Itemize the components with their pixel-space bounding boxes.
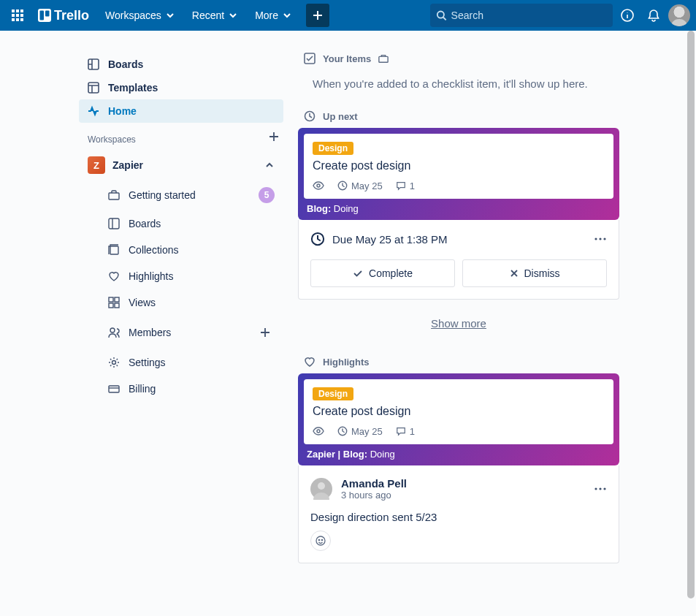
clock-icon xyxy=(304,110,316,122)
scrollbar[interactable] xyxy=(687,31,695,598)
trello-logo[interactable]: Trello xyxy=(32,8,95,23)
ws-collections[interactable]: Collections xyxy=(79,237,283,263)
upnext-card-actions: Due May 25 at 1:38 PM Complete xyxy=(298,220,619,300)
ws-billing[interactable]: Billing xyxy=(79,376,283,402)
sidebar-boards[interactable]: Boards xyxy=(79,53,283,76)
ws-getting-started[interactable]: Getting started 5 xyxy=(79,180,283,210)
user-avatar[interactable] xyxy=(668,4,690,26)
svg-rect-23 xyxy=(115,303,119,308)
your-items-header: Your Items xyxy=(298,53,619,70)
watch-indicator xyxy=(313,425,324,437)
highlights-label: Highlights xyxy=(323,357,370,368)
nav-workspaces[interactable]: Workspaces xyxy=(98,5,182,26)
commenter-avatar[interactable] xyxy=(310,478,332,500)
upnext-card[interactable]: Design Create post design May 25 xyxy=(298,128,619,220)
card-meta: May 25 1 xyxy=(313,425,605,437)
ws-members[interactable]: Members xyxy=(79,316,283,349)
heart-icon xyxy=(304,356,316,368)
checklist-icon xyxy=(304,53,316,64)
svg-rect-22 xyxy=(109,303,113,308)
svg-rect-0 xyxy=(12,9,15,12)
plus-icon xyxy=(269,132,279,142)
your-items-empty: When you're added to a checklist item, i… xyxy=(298,70,619,110)
add-workspace-button[interactable] xyxy=(264,127,283,146)
card-button-row: Complete Dismiss xyxy=(310,259,607,287)
your-items-label: Your Items xyxy=(323,53,371,64)
boards-icon xyxy=(108,218,120,229)
search-icon xyxy=(436,9,447,21)
svg-rect-16 xyxy=(88,83,99,93)
svg-rect-2 xyxy=(20,9,23,12)
info-button[interactable] xyxy=(616,4,639,27)
activity-header: Amanda Pell 3 hours ago xyxy=(299,474,619,501)
show-more-link[interactable]: Show more xyxy=(298,300,619,356)
check-icon xyxy=(353,268,363,278)
search-box[interactable] xyxy=(430,4,613,27)
svg-point-36 xyxy=(317,430,320,433)
clock-icon xyxy=(310,232,325,246)
svg-rect-4 xyxy=(16,14,19,17)
billing-icon xyxy=(108,383,120,395)
smiley-plus-icon xyxy=(315,535,326,547)
card-comment-count: 1 xyxy=(410,426,415,437)
notifications-button[interactable] xyxy=(642,4,665,27)
scroll-area[interactable]: Boards Templates Home Workspaces xyxy=(0,31,696,616)
info-icon xyxy=(620,8,635,23)
card-title: Create post design xyxy=(313,405,605,418)
dismiss-button[interactable]: Dismiss xyxy=(462,259,607,287)
workspace-toggle[interactable]: Z Zapier xyxy=(79,151,283,180)
avatar-person-icon xyxy=(668,4,690,26)
ws-views-label: Views xyxy=(129,297,156,308)
highlight-card[interactable]: Design Create post design May 25 xyxy=(298,373,619,465)
sidebar: Boards Templates Home Workspaces xyxy=(79,53,298,593)
nav-more[interactable]: More xyxy=(248,5,299,26)
eye-icon xyxy=(313,425,324,437)
due-row: Due May 25 at 1:38 PM xyxy=(310,232,607,246)
apps-menu-button[interactable] xyxy=(6,4,29,27)
comment-icon xyxy=(396,180,406,191)
card-more-button[interactable] xyxy=(594,232,607,246)
svg-rect-21 xyxy=(115,297,119,302)
ws-members-label: Members xyxy=(129,327,171,338)
card-label-chip[interactable]: Design xyxy=(313,142,353,155)
briefcase-icon xyxy=(108,189,120,201)
person-text: Amanda Pell 3 hours ago xyxy=(341,477,407,501)
nav-more-label: More xyxy=(255,9,278,21)
card-location: Zapier | Blog: Doing xyxy=(304,444,613,461)
ws-boards[interactable]: Boards xyxy=(79,210,283,237)
ws-settings[interactable]: Settings xyxy=(79,349,283,376)
due-date-badge: May 25 xyxy=(337,426,383,437)
workspaces-label: Workspaces xyxy=(79,123,145,151)
comments-badge: 1 xyxy=(396,426,415,437)
activity-more-button[interactable] xyxy=(594,482,607,495)
members-icon xyxy=(108,327,120,338)
svg-point-25 xyxy=(112,361,116,365)
highlights-header: Highlights xyxy=(298,356,619,373)
apps-grid-icon xyxy=(12,9,23,21)
card-board-name: Blog: xyxy=(307,203,331,214)
card-date: May 25 xyxy=(351,180,383,191)
card-list-name: Doing xyxy=(370,449,395,460)
search-input[interactable] xyxy=(451,9,607,21)
svg-point-39 xyxy=(594,487,597,490)
clock-icon xyxy=(337,180,348,191)
ws-highlights-label: Highlights xyxy=(129,270,173,282)
topbar-left: Trello Workspaces Recent More xyxy=(6,4,329,27)
sidebar-home[interactable]: Home xyxy=(79,99,283,123)
card-meta: May 25 1 xyxy=(313,180,605,191)
sidebar-templates[interactable]: Templates xyxy=(79,76,283,99)
comment-text: Design direction sent 5/23 xyxy=(299,501,619,531)
workspaces-header-row: Workspaces xyxy=(79,123,283,151)
nav-recent[interactable]: Recent xyxy=(185,5,245,26)
ws-views[interactable]: Views xyxy=(79,289,283,316)
templates-icon xyxy=(88,82,99,94)
add-member-button[interactable] xyxy=(256,323,275,342)
dismiss-label: Dismiss xyxy=(524,267,560,279)
card-label-chip[interactable]: Design xyxy=(313,387,353,400)
create-button[interactable] xyxy=(306,4,329,27)
getting-started-count: 5 xyxy=(259,187,275,203)
complete-button[interactable]: Complete xyxy=(310,259,455,287)
svg-rect-18 xyxy=(109,218,119,229)
add-reaction-button[interactable] xyxy=(310,531,331,551)
ws-highlights[interactable]: Highlights xyxy=(79,263,283,289)
